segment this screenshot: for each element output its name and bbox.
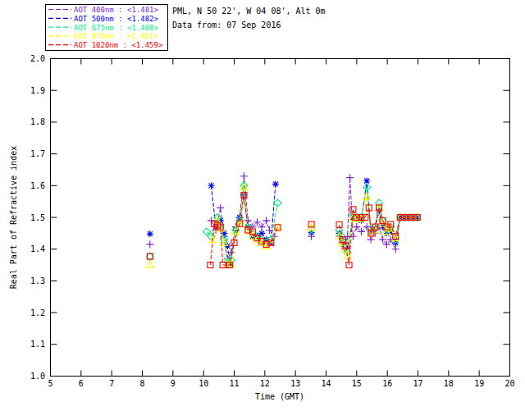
x-tick-label: 13: [290, 379, 300, 388]
legend-item-label: AOT 1020nm : <1.459>: [74, 41, 163, 49]
x-tick-label: 14: [321, 379, 331, 388]
aeronet-refractive-index-plot: PML, N 50 22', W 04 08', Alt 0m Data fro…: [0, 0, 525, 420]
plus-marker-icon: [240, 172, 248, 180]
plus-marker-icon: [262, 217, 270, 224]
y-tick-label: 1.8: [30, 117, 45, 126]
plus-marker-icon: [346, 174, 354, 181]
y-tick-label: 1.3: [30, 276, 45, 285]
plot-frame: [51, 59, 510, 377]
plus-marker-icon: [392, 245, 399, 253]
y-tick-label: 1.6: [30, 181, 45, 190]
x-tick-label: 12: [260, 379, 270, 388]
asterisk-marker-icon: [147, 231, 153, 237]
plot-canvas: 5678910111213141516171819201.01.11.21.31…: [0, 0, 525, 420]
x-tick-label: 10: [199, 379, 208, 388]
x-tick-label: 11: [229, 379, 239, 388]
y-tick-label: 1.1: [30, 340, 45, 349]
x-tick-label: 6: [79, 379, 84, 388]
legend-item-label: AOT 400nm : <1.481>: [74, 6, 159, 14]
plus-marker-icon: [217, 204, 224, 212]
legend-item-label: AOT 675nm : <1.468>: [74, 24, 159, 32]
y-tick-label: 1.7: [30, 149, 45, 158]
asterisk-marker-icon: [272, 180, 279, 187]
x-tick-label: 19: [474, 379, 484, 388]
y-tick-label: 1.9: [30, 86, 45, 95]
triangle-marker-icon: [146, 262, 153, 268]
legend: AOT 400nm : <1.481>AOT 500nm : <1.482>AO…: [46, 5, 168, 51]
diamond-marker-icon: [274, 199, 281, 207]
y-tick-label: 1.4: [30, 244, 45, 253]
y-tick-label: 1.5: [30, 213, 45, 222]
x-tick-label: 20: [504, 379, 514, 388]
y-tick-label: 1.2: [30, 308, 45, 317]
x-tick-label: 15: [352, 379, 362, 388]
plus-marker-icon: [368, 236, 375, 244]
x-tick-label: 17: [413, 379, 422, 388]
asterisk-marker-icon: [208, 182, 215, 189]
legend-item-label: AOT 500nm : <1.482>: [74, 15, 159, 23]
x-tick-label: 7: [109, 379, 114, 388]
x-tick-label: 16: [382, 379, 392, 388]
legend-item-label: AOT 870nm : <1.461>: [74, 32, 159, 40]
series-aot-870nm: [146, 184, 421, 268]
y-tick-label: 2.0: [30, 54, 45, 63]
y-tick-label: 1.0: [30, 372, 45, 381]
x-tick-label: 9: [171, 379, 176, 388]
plus-marker-icon: [146, 240, 153, 248]
x-tick-label: 18: [444, 379, 454, 388]
x-tick-label: 5: [48, 379, 52, 388]
x-tick-label: 8: [139, 379, 144, 388]
